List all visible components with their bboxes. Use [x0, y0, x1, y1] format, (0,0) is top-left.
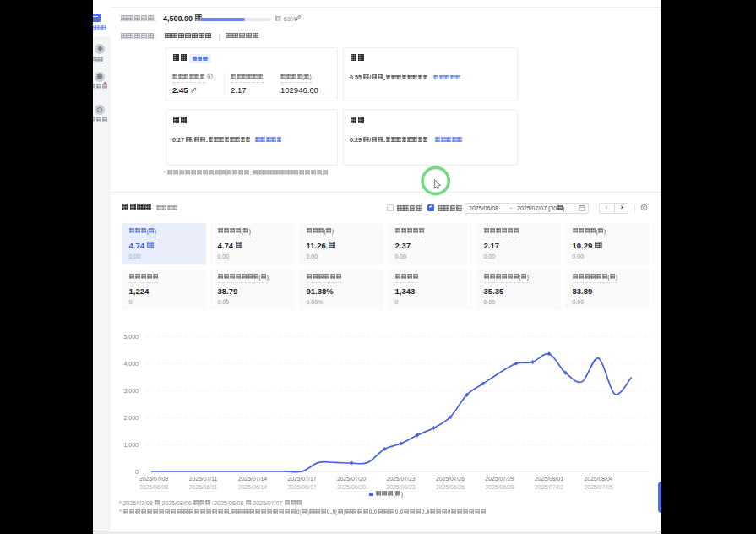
- svg-text:2025/06/08: 2025/06/08: [139, 484, 168, 490]
- svg-text:2025/06/11: 2025/06/11: [189, 484, 218, 490]
- svg-text:1,000: 1,000: [123, 442, 139, 448]
- svg-text:2025/08/04: 2025/08/04: [584, 476, 612, 482]
- svg-text:2025/08/01: 2025/08/01: [535, 476, 563, 482]
- svg-text:2025/06/23: 2025/06/23: [386, 484, 415, 490]
- svg-text:2025/07/02: 2025/07/02: [535, 484, 563, 490]
- svg-text:2025/07/11: 2025/07/11: [189, 476, 218, 482]
- svg-text:2025/06/14: 2025/06/14: [238, 484, 267, 490]
- svg-text:2025/07/20: 2025/07/20: [337, 476, 366, 482]
- svg-text:2025/07/08: 2025/07/08: [139, 476, 168, 482]
- svg-text:2025/06/17: 2025/06/17: [287, 484, 316, 490]
- svg-text:2025/07/05: 2025/07/05: [584, 484, 612, 490]
- svg-text:2025/07/26: 2025/07/26: [436, 476, 465, 482]
- svg-text:2025/07/23: 2025/07/23: [386, 476, 415, 482]
- svg-text:4,000: 4,000: [123, 361, 139, 367]
- svg-text:2025/06/20: 2025/06/20: [337, 484, 366, 490]
- svg-text:2025/07/29: 2025/07/29: [485, 476, 514, 482]
- svg-text:2025/07/14: 2025/07/14: [238, 476, 267, 482]
- svg-text:5,000: 5,000: [123, 334, 139, 340]
- svg-text:2025/06/29: 2025/06/29: [485, 484, 514, 490]
- svg-text:2,000: 2,000: [123, 415, 139, 421]
- svg-text:2025/07/17: 2025/07/17: [287, 476, 316, 482]
- svg-text:3,000: 3,000: [123, 388, 139, 394]
- svg-text:2025/06/26: 2025/06/26: [436, 484, 465, 490]
- svg-text:0: 0: [135, 469, 139, 475]
